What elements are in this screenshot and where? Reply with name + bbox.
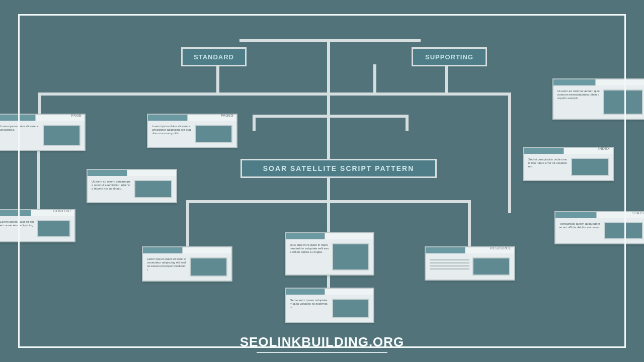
card-9: Ut enim ad minima veniam quis nostrum ex… (552, 78, 644, 120)
connector (373, 64, 376, 95)
card-1-text: Lorem ipsum dolor sit amet consectetur. (0, 125, 40, 146)
connector (186, 200, 189, 246)
card-7: RESOURCE (425, 246, 515, 281)
thumbnail-icon (332, 299, 369, 318)
card-6-text: Duis aute irure dolor in reprehenderit i… (290, 243, 329, 270)
card-2-title: PAGES (221, 114, 233, 117)
card-3: Ut enim ad minim veniam quis nostrud exe… (87, 169, 177, 203)
top-label-right: SUPPORTING (412, 47, 487, 66)
card-4-text: Lorem ipsum dolor sit amet consectetur a… (0, 220, 34, 237)
card-8: Nemo enim ipsam voluptatem quia voluptas… (285, 288, 374, 323)
connector (327, 39, 330, 160)
footer-underline (257, 352, 387, 353)
thumbnail-icon (134, 180, 172, 198)
card-1-title: PAGE (71, 114, 82, 117)
connector (327, 178, 330, 202)
connector (216, 64, 219, 93)
card-10: INDEX Sed ut perspiciatis unde omnis ist… (523, 147, 614, 181)
card-11: STATS Temporibus autem quibusdam et aut … (554, 211, 644, 244)
thumbnail-icon (43, 125, 80, 146)
card-2-text: Lorem ipsum dolor sit amet consectetur a… (152, 125, 192, 143)
center-title-text: SOAR SATELLITE SCRIPT PATTERN (263, 164, 415, 172)
connector (38, 93, 511, 96)
thumbnail-icon (604, 222, 643, 239)
card-4: CONTENT Lorem ipsum dolor sit amet conse… (0, 209, 75, 242)
connector (445, 64, 448, 93)
card-6: Duis aute irure dolor in reprehenderit i… (285, 232, 374, 276)
card-7-lines (430, 257, 469, 276)
thumbnail-icon (195, 125, 232, 143)
connector (406, 115, 409, 131)
card-5: Lorem ipsum dolor sit amet consectetur a… (142, 246, 232, 282)
footer-site: SEOLINKBUILDING.ORG (240, 334, 405, 350)
thumbnail-icon (571, 158, 609, 176)
card-9-text: Ut enim ad minima veniam quis nostrum ex… (557, 89, 600, 115)
connector (37, 149, 40, 211)
card-2: PAGES Lorem ipsum dolor sit amet consect… (147, 114, 237, 148)
connector (253, 115, 256, 131)
card-5-text: Lorem ipsum dolor sit amet consectetur a… (147, 257, 187, 277)
card-8-text: Nemo enim ipsam voluptatem quia voluptas… (290, 299, 329, 318)
thumbnail-icon (37, 220, 70, 237)
thumbnail-icon (472, 257, 510, 276)
connector (239, 39, 421, 42)
card-4-title: CONTENT (53, 209, 71, 213)
thumbnail-icon (190, 257, 227, 277)
card-1: PAGE Lorem ipsum dolor sit amet consecte… (0, 114, 86, 151)
card-11-text: Temporibus autem quibusdam et aut offici… (559, 222, 601, 239)
card-11-title: STATS (632, 211, 644, 215)
top-label-right-text: SUPPORTING (425, 53, 473, 61)
connector (38, 93, 41, 117)
card-10-text: Sed ut perspiciatis unde omnis iste natu… (528, 158, 568, 176)
connector (508, 93, 511, 213)
card-10-title: INDEX (598, 147, 610, 150)
connector (253, 115, 409, 118)
card-7-title: RESOURCE (490, 246, 511, 250)
connector (468, 200, 471, 246)
thumbnail-icon (332, 243, 369, 270)
top-label-left: STANDARD (181, 47, 247, 66)
top-label-left-text: STANDARD (194, 53, 234, 61)
connector (327, 200, 330, 233)
card-3-text: Ut enim ad minim veniam quis nostrud exe… (92, 180, 131, 198)
center-title-bar: SOAR SATELLITE SCRIPT PATTERN (240, 159, 437, 178)
thumbnail-icon (603, 89, 643, 115)
